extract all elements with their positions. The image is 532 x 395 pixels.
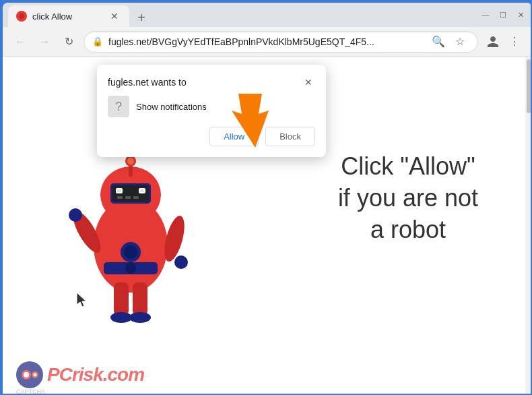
tab-favicon: [16, 11, 27, 22]
pcr-brand-text: PCrisk.com: [47, 364, 144, 386]
title-bar: click Allow ✕ + — ☐ ✕: [3, 3, 532, 27]
browser-window: click Allow ✕ + — ☐ ✕ ← → ↻ 🔒 fugles.net…: [3, 3, 532, 395]
bookmark-icon[interactable]: ☆: [451, 32, 469, 51]
active-tab[interactable]: click Allow ✕: [8, 5, 129, 27]
svg-point-22: [110, 312, 132, 323]
popup-body: ? Show notifications: [108, 96, 315, 117]
url-text: fugles.net/BVGgVyYEdTfEaBPpnlnPVkdKlbMr5…: [108, 36, 424, 47]
refresh-button[interactable]: ↻: [59, 32, 78, 51]
search-icon[interactable]: 🔍: [429, 32, 448, 51]
svg-point-16: [69, 208, 82, 222]
click-allow-line1: Click "Allow": [338, 151, 478, 183]
popup-buttons: Allow Block: [108, 127, 315, 146]
pcr-brand-name: risk.com: [72, 364, 144, 385]
chrome-menu: ⋮: [484, 32, 524, 51]
svg-point-17: [174, 255, 188, 269]
window-controls: — ☐ ✕: [479, 9, 527, 21]
scrollbar[interactable]: [525, 57, 532, 395]
address-bar: ← → ↻ 🔒 fugles.net/BVGgVyYEdTfEaBPpnlnPV…: [3, 27, 532, 57]
popup-site-icon: ?: [108, 96, 129, 117]
click-allow-line3: a robot: [338, 214, 478, 246]
svg-point-23: [129, 312, 151, 323]
pcr-brand-prefix: PC: [47, 364, 72, 385]
profile-icon[interactable]: [484, 32, 502, 51]
url-actions: 🔍 ☆: [429, 32, 469, 51]
pcr-watermark: CAPTCHA PCrisk.com: [16, 361, 144, 388]
popup-close-button[interactable]: ✕: [302, 75, 315, 89]
back-button[interactable]: ←: [11, 32, 30, 51]
minimize-button[interactable]: —: [479, 9, 492, 21]
svg-point-31: [24, 372, 29, 377]
popup-header: fugles.net wants to ✕: [108, 75, 315, 89]
svg-rect-26: [117, 189, 121, 192]
svg-point-19: [125, 263, 136, 274]
svg-rect-20: [114, 282, 129, 316]
svg-rect-9: [125, 196, 131, 199]
svg-rect-21: [133, 282, 147, 316]
new-tab-button[interactable]: +: [132, 8, 151, 27]
scrollbar-thumb[interactable]: [527, 59, 531, 113]
popup-title: fugles.net wants to: [108, 77, 187, 88]
close-button[interactable]: ✕: [514, 9, 527, 21]
forward-button[interactable]: →: [35, 32, 54, 51]
page-content: fugles.net wants to ✕ ? Show notificatio…: [3, 57, 532, 395]
maximize-button[interactable]: ☐: [497, 9, 509, 21]
svg-point-13: [127, 158, 134, 164]
svg-rect-8: [117, 196, 123, 199]
url-bar[interactable]: 🔒 fugles.net/BVGgVyYEdTfEaBPpnlnPVkdKlbM…: [84, 31, 478, 53]
arrow-indicator: [218, 90, 279, 154]
notification-popup: fugles.net wants to ✕ ? Show notificatio…: [97, 65, 326, 157]
svg-rect-10: [133, 196, 139, 199]
tab-title: click Allow: [32, 11, 102, 22]
popup-notification-text: Show notifications: [136, 102, 207, 112]
svg-point-25: [124, 245, 137, 259]
svg-point-33: [34, 373, 37, 377]
svg-marker-1: [232, 94, 269, 148]
click-allow-text: Click "Allow" if you are not a robot: [338, 151, 478, 245]
tab-close-button[interactable]: ✕: [108, 9, 121, 23]
chrome-menu-icon[interactable]: ⋮: [505, 32, 524, 51]
lock-icon: 🔒: [92, 36, 103, 47]
pcr-logo: [16, 361, 43, 388]
click-allow-line2: if you are not: [338, 183, 478, 214]
tab-area: click Allow ✕ +: [8, 3, 474, 27]
captcha-label: CAPTCHA: [16, 388, 45, 395]
svg-rect-27: [140, 189, 144, 192]
